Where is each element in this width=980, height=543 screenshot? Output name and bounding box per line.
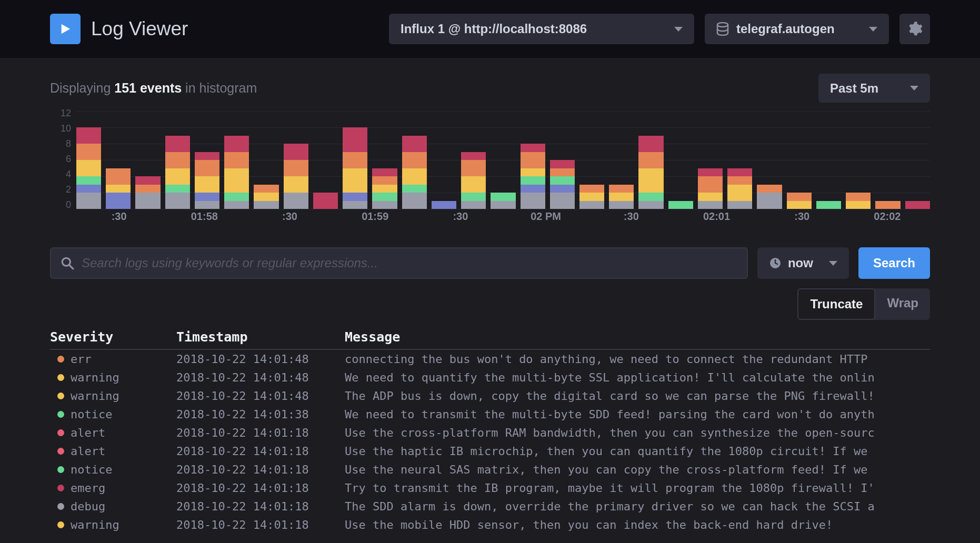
histogram-bar[interactable] [698, 168, 723, 209]
histogram-bar[interactable] [875, 201, 900, 209]
severity-cell: warning [50, 518, 176, 531]
message-cell: Use the cross-platform RAM bandwidth, th… [345, 426, 930, 439]
table-row[interactable]: notice2018-10-22 14:01:38We need to tran… [50, 405, 930, 424]
table-row[interactable]: alert2018-10-22 14:01:18Use the cross-pl… [50, 424, 930, 442]
severity-dot [57, 521, 64, 528]
severity-dot [57, 429, 64, 436]
table-row[interactable]: warning2018-10-22 14:01:48The ADP bus is… [50, 387, 930, 405]
histogram-bar[interactable] [491, 193, 515, 209]
bars-container [76, 111, 930, 209]
y-tick: 8 [66, 138, 71, 149]
histogram-bar[interactable] [846, 193, 871, 209]
histogram-bar[interactable] [521, 144, 545, 209]
severity-dot [57, 393, 64, 399]
severity-cell: alert [50, 445, 176, 458]
histogram-bar[interactable] [727, 168, 752, 209]
clock-icon [769, 257, 782, 269]
svg-line-2 [69, 265, 73, 269]
severity-cell: alert [50, 426, 176, 439]
search-input[interactable] [82, 256, 737, 270]
chevron-down-icon [869, 27, 877, 32]
severity-dot [57, 466, 64, 473]
time-dropdown[interactable]: now [757, 247, 849, 279]
x-tick: :30 [76, 210, 162, 226]
histogram-bar[interactable] [195, 152, 219, 209]
histogram-bar[interactable] [284, 144, 308, 209]
histogram-bar[interactable] [816, 201, 841, 209]
histogram-bar[interactable] [757, 185, 782, 209]
x-axis: :3001:58:3001:59:3002 PM:3002:01:3002:02 [76, 210, 930, 226]
search-button[interactable]: Search [858, 247, 930, 279]
severity-dot [57, 448, 64, 455]
search-box[interactable] [50, 247, 748, 279]
histogram-bar[interactable] [905, 201, 930, 209]
content: Displaying 151 events in histogram Past … [0, 58, 980, 543]
severity-dot [57, 503, 64, 510]
histogram-summary: Displaying 151 events in histogram [50, 81, 257, 96]
severity-cell: err [50, 353, 176, 366]
timestamp-cell: 2018-10-22 14:01:18 [176, 481, 345, 495]
x-tick: 02:01 [674, 210, 759, 226]
table-row[interactable]: emerg2018-10-22 14:01:18Try to transmit … [50, 479, 930, 497]
timestamp-cell: 2018-10-22 14:01:18 [176, 500, 345, 513]
truncate-button[interactable]: Truncate [797, 288, 875, 320]
severity-dot [57, 374, 64, 381]
histogram-bar[interactable] [165, 136, 190, 209]
histogram-bar[interactable] [668, 201, 693, 209]
histogram-bar[interactable] [638, 136, 663, 209]
timestamp-cell: 2018-10-22 14:01:18 [176, 463, 345, 476]
histogram-bar[interactable] [402, 136, 427, 209]
histogram-bar[interactable] [313, 193, 338, 209]
y-tick: 6 [66, 154, 71, 165]
histogram-bar[interactable] [550, 160, 575, 209]
page-title: Log Viewer [91, 18, 188, 40]
source-dropdown[interactable]: Influx 1 @ http://localhost:8086 [389, 14, 694, 44]
x-tick: 02:02 [845, 210, 930, 226]
table-row[interactable]: alert2018-10-22 14:01:18Use the haptic I… [50, 442, 930, 460]
table-header: Severity Timestamp Message [50, 329, 930, 350]
table-row[interactable]: notice2018-10-22 14:01:18Use the neural … [50, 460, 930, 479]
histogram-bar[interactable] [76, 127, 101, 209]
table-row[interactable]: err2018-10-22 14:01:48connecting the bus… [50, 350, 930, 368]
database-icon [716, 22, 729, 36]
table-row[interactable]: warning2018-10-22 14:01:48We need to qua… [50, 368, 930, 387]
x-tick: :30 [418, 210, 503, 226]
histogram-bar[interactable] [372, 168, 397, 209]
settings-button[interactable] [899, 14, 930, 44]
timestamp-cell: 2018-10-22 14:01:18 [176, 445, 345, 458]
message-cell: Use the neural SAS matrix, then you can … [345, 463, 930, 476]
x-tick: 01:58 [162, 210, 247, 226]
histogram-bar[interactable] [432, 201, 456, 209]
time-range-dropdown[interactable]: Past 5m [818, 74, 930, 103]
col-severity: Severity [50, 329, 176, 345]
message-cell: Try to transmit the IB program, maybe it… [345, 481, 930, 495]
wrap-toggle: Truncate Wrap [50, 288, 930, 320]
histogram-bar[interactable] [609, 185, 634, 209]
histogram-bar[interactable] [135, 176, 160, 209]
histogram-bar[interactable] [224, 136, 249, 209]
play-button[interactable] [50, 14, 81, 44]
table-row[interactable]: debug2018-10-22 14:01:18The SDD alarm is… [50, 497, 930, 516]
timestamp-cell: 2018-10-22 14:01:48 [176, 389, 345, 403]
message-cell: We need to quantify the multi-byte SSL a… [345, 371, 930, 384]
histogram-bar[interactable] [106, 168, 131, 209]
histogram-bar[interactable] [579, 185, 604, 209]
search-row: now Search [50, 247, 930, 279]
histogram-header: Displaying 151 events in histogram Past … [50, 74, 930, 103]
wrap-button[interactable]: Wrap [875, 288, 930, 320]
histogram-bar[interactable] [461, 152, 486, 209]
message-cell: Use the mobile HDD sensor, then you can … [345, 518, 930, 531]
histogram-bar[interactable] [787, 193, 812, 209]
database-dropdown[interactable]: telegraf.autogen [705, 14, 889, 44]
y-tick: 10 [61, 123, 71, 134]
table-row[interactable]: warning2018-10-22 14:01:18Use the mobile… [50, 516, 930, 534]
gear-icon [907, 21, 923, 37]
histogram-bar[interactable] [254, 185, 278, 209]
timestamp-cell: 2018-10-22 14:01:48 [176, 371, 345, 384]
histogram-bar[interactable] [343, 127, 367, 209]
x-tick: :30 [247, 210, 332, 226]
severity-dot [57, 356, 64, 363]
chevron-down-icon [829, 261, 837, 266]
chevron-down-icon [910, 86, 918, 91]
y-axis: 121086420 [50, 108, 71, 210]
